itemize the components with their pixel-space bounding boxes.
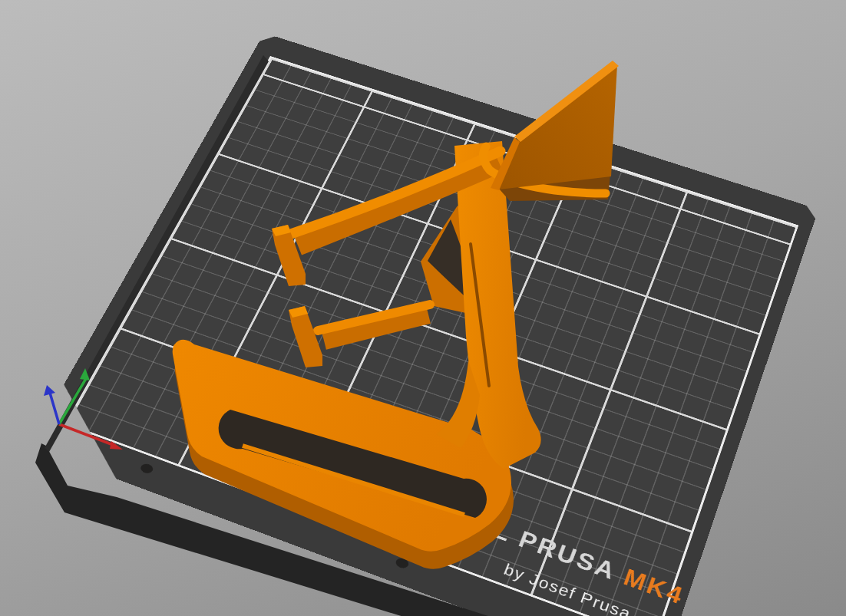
y-axis-arrow [59, 368, 90, 424]
viewport-3d[interactable]: ORIGINAL PRUSA MK4 by Josef Prusa [0, 0, 846, 616]
z-axis-arrow [44, 385, 59, 424]
x-axis-arrow [59, 424, 123, 450]
axis-indicator [0, 0, 846, 616]
